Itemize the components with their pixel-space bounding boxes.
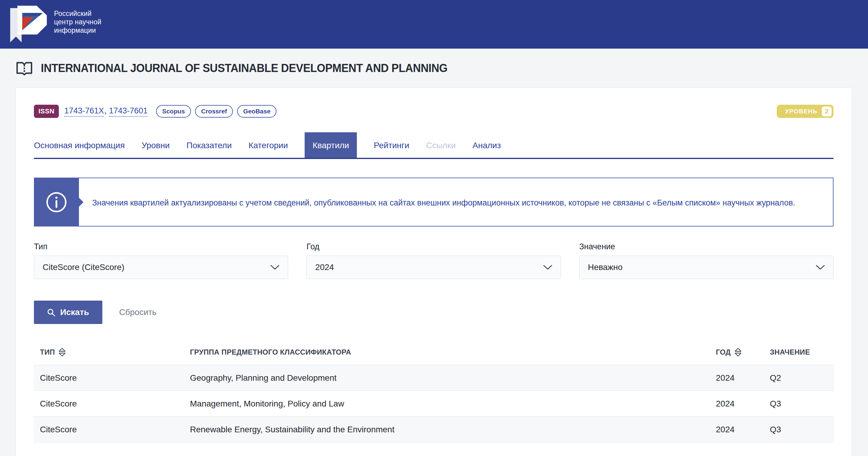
cell-type: CiteScore (34, 391, 184, 417)
title-bar: INTERNATIONAL JOURNAL OF SUSTAINABLE DEV… (0, 48, 868, 88)
logo-line-3: информации (54, 26, 101, 34)
filter-year: Год 2024 (306, 242, 561, 279)
info-notice-text: Значения квартилей актуализированы с уче… (79, 186, 813, 218)
sort-icon[interactable] (735, 348, 742, 357)
logo-line-2: центр научной (54, 18, 101, 26)
reset-button[interactable]: Сбросить (119, 307, 156, 317)
column-header-type[interactable]: ТИП (34, 337, 184, 365)
sort-icon[interactable] (59, 348, 66, 357)
cell-group: Management, Monitoring, Policy and Law (184, 391, 710, 417)
search-button-label: Искать (60, 307, 89, 317)
tab-categories[interactable]: Категории (249, 132, 288, 158)
cell-group: Geography, Planning and Development (184, 365, 710, 391)
filter-type-label: Тип (34, 242, 288, 251)
column-header-group-label: ГРУППА ПРЕДМЕТНОГО КЛАССИФИКАТОРА (190, 348, 351, 356)
column-header-year[interactable]: ГОД (710, 337, 764, 365)
source-pill-scopus[interactable]: Scopus (156, 105, 191, 118)
info-notice-accent (34, 177, 79, 227)
chevron-down-icon (271, 265, 279, 270)
issn-link-1[interactable]: 1743-761X (64, 106, 104, 117)
filter-year-value: 2024 (315, 262, 334, 272)
cell-year: 2024 (710, 391, 764, 417)
table-row: CiteScore Renewable Energy, Sustainabili… (34, 417, 834, 443)
logo-mark-icon (8, 5, 48, 43)
search-icon (47, 308, 55, 317)
column-header-group: ГРУППА ПРЕДМЕТНОГО КЛАССИФИКАТОРА (184, 337, 710, 365)
column-header-type-label: ТИП (40, 348, 55, 356)
search-button[interactable]: Искать (34, 301, 102, 324)
level-value: 2 (822, 106, 832, 117)
filter-value-select[interactable]: Неважно (579, 256, 834, 279)
page: Российский центр научной информации INTE… (0, 0, 868, 456)
table-header-row: ТИП ГРУППА ПРЕДМЕТНОГО КЛАССИФИКАТОР (34, 337, 834, 365)
source-pill-crossref[interactable]: Crossref (195, 105, 233, 118)
site-header: Российский центр научной информации (0, 0, 868, 48)
cell-value: Q3 (764, 417, 834, 443)
cell-value: Q3 (764, 391, 834, 417)
tab-links: Ссылки (426, 132, 456, 158)
cell-type: CiteScore (34, 417, 184, 443)
quartiles-table: ТИП ГРУППА ПРЕДМЕТНОГО КЛАССИФИКАТОР (34, 337, 834, 443)
issn-separator: , (104, 106, 106, 116)
cell-year: 2024 (710, 417, 764, 443)
issn-link-2[interactable]: 1743-7601 (109, 106, 148, 117)
filters: Тип CiteScore (CiteScore) Год 2024 (34, 242, 834, 279)
source-pill-geobase[interactable]: GeoBase (237, 105, 276, 118)
filter-value-value: Неважно (588, 262, 623, 272)
filter-type-value: CiteScore (CiteScore) (42, 262, 124, 272)
source-pills: Scopus Crossref GeoBase (156, 105, 276, 118)
column-header-value: ЗНАЧЕНИЕ (764, 337, 834, 365)
info-icon (45, 191, 67, 213)
filter-value-label: Значение (579, 242, 834, 251)
table-row: CiteScore Management, Monitoring, Policy… (34, 391, 834, 417)
level-badge: УРОВЕНЬ 2 (777, 105, 834, 118)
column-header-value-label: ЗНАЧЕНИЕ (770, 348, 810, 356)
cell-year: 2024 (710, 365, 764, 391)
table-row: CiteScore Geography, Planning and Develo… (34, 365, 834, 391)
filter-value: Значение Неважно (579, 242, 834, 279)
cell-group: Renewable Energy, Sustainability and the… (184, 417, 710, 443)
issn-links: 1743-761X , 1743-7601 (64, 106, 148, 117)
tab-analysis[interactable]: Анализ (472, 132, 501, 158)
filter-year-select[interactable]: 2024 (306, 256, 561, 279)
chevron-down-icon (816, 265, 825, 270)
logo-text: Российский центр научной информации (54, 5, 101, 34)
cell-value: Q2 (764, 365, 834, 391)
cell-type: CiteScore (34, 365, 184, 391)
tab-indicators[interactable]: Показатели (186, 132, 232, 158)
tab-quartiles[interactable]: Квартили (305, 132, 357, 158)
tab-bar: Основная информация Уровни Показатели Ка… (34, 132, 834, 159)
issn-badge: ISSN (34, 105, 59, 118)
logo[interactable]: Российский центр научной информации (8, 5, 101, 43)
journal-book-icon (16, 61, 33, 75)
journal-card: ISSN 1743-761X , 1743-7601 Scopus Crossr… (16, 88, 852, 456)
issn-row: ISSN 1743-761X , 1743-7601 Scopus Crossr… (34, 105, 834, 118)
info-notice: Значения квартилей актуализированы с уче… (34, 177, 834, 227)
column-header-year-label: ГОД (716, 348, 731, 356)
chevron-down-icon (543, 265, 552, 270)
level-label: УРОВЕНЬ (785, 108, 817, 115)
tab-ratings[interactable]: Рейтинги (374, 132, 409, 158)
filter-year-label: Год (306, 242, 561, 251)
tab-main-info[interactable]: Основная информация (34, 132, 125, 158)
tab-levels[interactable]: Уровни (142, 132, 170, 158)
filter-type: Тип CiteScore (CiteScore) (34, 242, 288, 279)
actions: Искать Сбросить (34, 301, 834, 324)
logo-line-1: Российский (54, 9, 101, 18)
page-title: INTERNATIONAL JOURNAL OF SUSTAINABLE DEV… (41, 62, 447, 75)
filter-type-select[interactable]: CiteScore (CiteScore) (34, 256, 288, 279)
